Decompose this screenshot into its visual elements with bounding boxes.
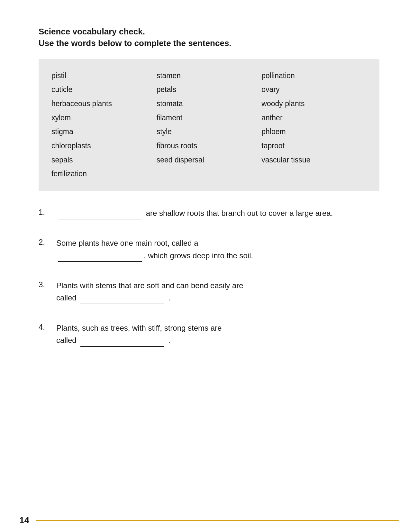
questions-section: 1. are shallow roots that branch out to … <box>39 207 379 364</box>
answer-blank-4[interactable] <box>80 345 164 347</box>
vocab-word: vascular tissue <box>261 154 367 166</box>
vocab-word: style <box>157 126 262 138</box>
question-1: 1. are shallow roots that branch out to … <box>39 207 379 219</box>
vocab-word: sepals <box>51 154 157 166</box>
vocab-word: phloem <box>261 126 367 138</box>
vocab-word: ovary <box>261 84 367 96</box>
page-footer: 14 <box>0 509 418 532</box>
vocab-word: cuticle <box>51 84 157 96</box>
page-number: 14 <box>19 515 29 526</box>
vocab-word: chloroplasts <box>51 140 157 152</box>
vocab-column-2: stamenpetalsstomatafilamentstylefibrous … <box>157 70 262 180</box>
question-text-1: are shallow roots that branch out to cov… <box>56 207 379 219</box>
answer-blank-3[interactable] <box>80 303 164 304</box>
question-text-4: Plants, such as trees, with stiff, stron… <box>56 322 379 347</box>
answer-blank-2[interactable] <box>58 261 142 262</box>
question-4: 4. Plants, such as trees, with stiff, st… <box>39 322 379 347</box>
header-line2: Use the words below to complete the sent… <box>39 37 379 49</box>
question-number-3: 3. <box>39 280 56 289</box>
vocab-word: stamen <box>157 70 262 82</box>
question-number-1: 1. <box>39 207 56 217</box>
vocab-word: stigma <box>51 126 157 138</box>
vocab-word: filament <box>157 112 262 124</box>
vocab-word: stomata <box>157 98 262 110</box>
header-section: Science vocabulary check. Use the words … <box>39 26 379 49</box>
footer-line <box>36 520 399 521</box>
vocab-column-3: pollinationovarywoody plantsantherphloem… <box>261 70 367 180</box>
header-title: Science vocabulary check. Use the words … <box>39 26 379 49</box>
vocab-word: anther <box>261 112 367 124</box>
header-line1: Science vocabulary check. <box>39 26 379 37</box>
question-2: 2. Some plants have one main root, calle… <box>39 237 379 262</box>
page-content: Science vocabulary check. Use the words … <box>0 0 418 384</box>
question-text-2: Some plants have one main root, called a… <box>56 237 379 262</box>
vocab-word: fertilization <box>51 168 157 180</box>
vocab-word: seed dispersal <box>157 154 262 166</box>
question-3: 3. Plants with stems that are soft and c… <box>39 280 379 304</box>
vocab-word: xylem <box>51 112 157 124</box>
question-number-4: 4. <box>39 322 56 332</box>
vocab-word: fibrous roots <box>157 140 262 152</box>
vocab-word: pollination <box>261 70 367 82</box>
vocab-column-1: pistilcuticleherbaceous plantsxylemstigm… <box>51 70 157 180</box>
question-text-3: Plants with stems that are soft and can … <box>56 280 379 304</box>
vocab-word: pistil <box>51 70 157 82</box>
vocab-word: petals <box>157 84 262 96</box>
vocab-word: woody plants <box>261 98 367 110</box>
question-number-2: 2. <box>39 237 56 247</box>
answer-blank-1[interactable] <box>58 218 142 219</box>
vocab-box: pistilcuticleherbaceous plantsxylemstigm… <box>39 59 379 191</box>
vocab-word: herbaceous plants <box>51 98 157 110</box>
vocab-word: taproot <box>261 140 367 152</box>
